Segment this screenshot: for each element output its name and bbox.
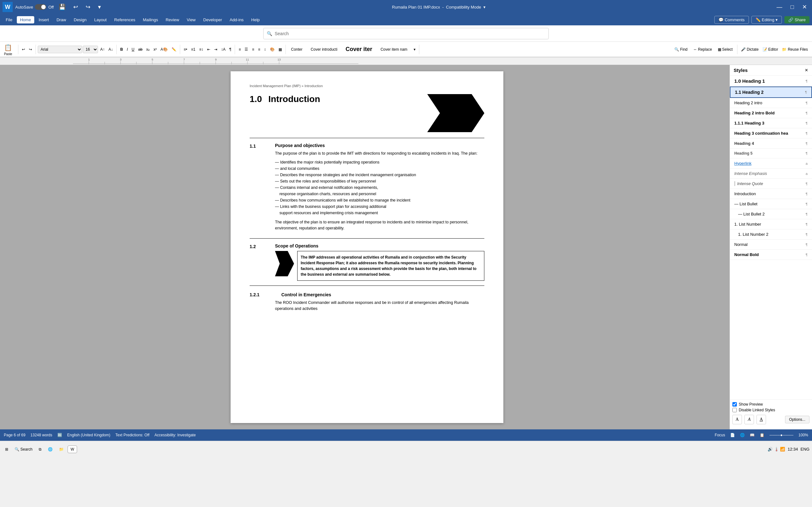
style-cover-intro[interactable]: Cover introducti [307,46,341,53]
show-preview-label[interactable]: Show Preview [732,402,809,406]
redo-quick-button[interactable]: ↪ [83,2,93,12]
style-entry-h2[interactable]: 1.1 Heading 2 ¶ [730,87,812,98]
font-family-select[interactable]: Arial [38,46,82,53]
styles-panel-collapse[interactable]: ✕ [805,68,808,72]
menu-view[interactable]: View [184,16,199,23]
redo-button[interactable]: ↪ [27,46,34,53]
style-entry-h4[interactable]: Heading 4 ¶ [730,138,812,149]
align-right-button[interactable]: ≡ [250,46,256,53]
search-taskbar-button[interactable]: 🔍 Search [12,446,35,453]
editing-button[interactable]: ✏️ Editing ▾ [751,16,782,24]
font-shrink-button[interactable]: A↓ [107,46,114,53]
taskview-button[interactable]: ⧉ [36,446,44,453]
comments-button[interactable]: 💬 Comments [714,16,749,24]
show-preview-checkbox[interactable] [732,402,737,406]
subscript-button[interactable]: x₂ [145,46,151,53]
underline-button[interactable]: U [130,46,136,53]
undo-quick-button[interactable]: ↩ [71,2,81,12]
find-button[interactable]: 🔍 Find [672,46,690,53]
view-read-icon[interactable]: 📖 [750,433,755,437]
strikethrough-button[interactable]: ab [137,46,144,53]
font-size-select[interactable]: 16 [83,46,98,53]
reuse-files-button[interactable]: 📁 Reuse Files [780,46,809,53]
highlight-button[interactable]: ✏️ [170,46,178,53]
style-entry-hyperlink[interactable]: Hyperlink a [730,158,812,169]
style-entry-h3cont[interactable]: Heading 3 continuation hea ¶ [730,128,812,138]
indent-decrease-button[interactable]: ⇤ [206,46,212,53]
style-cover-item-nam[interactable]: Cover item nam [377,46,411,53]
style-entry-bullet[interactable]: — List Bullet ¶ [730,199,812,209]
style-cover-item[interactable]: Cover iter [342,45,376,54]
view-web-icon[interactable]: 🌐 [740,433,745,437]
styles-expand-button[interactable]: ▾ [412,46,417,53]
style-entry-normal[interactable]: Normal ¶ [730,239,812,250]
style-entry-h1[interactable]: 1.0 Heading 1 ¶ [730,76,812,87]
view-print-icon[interactable]: 📄 [730,433,735,437]
edge-button[interactable]: 🌐 [45,446,55,453]
search-box[interactable]: 🔍 Search [263,28,549,39]
dictate-button[interactable]: 🎤 Dictate [740,46,760,53]
word-taskbar-button[interactable]: W [67,446,77,453]
menu-help[interactable]: Help [248,16,263,23]
menu-mailings[interactable]: Mailings [140,16,161,23]
menu-developer[interactable]: Developer [200,16,225,23]
style-conter[interactable]: Conter [288,46,306,53]
numbering-button[interactable]: ≡1 [189,46,197,53]
options-button[interactable]: Options... [785,416,809,424]
style-entry-emphasis[interactable]: Intense Emphasis a [730,169,812,179]
style-entry-number[interactable]: 1. List Number ¶ [730,219,812,229]
bullets-button[interactable]: ≡• [182,46,189,53]
style-entry-quote[interactable]: Intense Quote ¶ [730,179,812,189]
view-outline-icon[interactable]: 📋 [760,433,764,437]
save-button[interactable]: 💾 [56,2,68,12]
menu-references[interactable]: References [111,16,138,23]
manage-styles-button[interactable]: A [757,415,766,424]
font-grow-button[interactable]: A↑ [99,46,106,53]
menu-design[interactable]: Design [71,16,90,23]
minimize-button[interactable]: — [774,3,785,12]
indent-increase-button[interactable]: ⇥ [212,46,219,53]
maximize-button[interactable]: □ [788,3,797,12]
text-color-button[interactable]: A🎨 [159,46,169,53]
disable-linked-checkbox[interactable] [732,408,737,412]
disable-linked-label[interactable]: Disable Linked Styles [732,408,809,412]
menu-layout[interactable]: Layout [91,16,110,23]
editor-button[interactable]: 📝 Editor [761,46,780,53]
style-entry-intro[interactable]: Introduction ¶ [730,189,812,199]
new-style-button[interactable]: A [732,415,742,424]
shading-button[interactable]: 🎨 [268,46,276,53]
inspect-style-button[interactable]: A [745,415,754,424]
replace-button[interactable]: ↔ Replace [691,46,715,53]
multilevel-button[interactable]: ≡↕ [198,46,205,53]
borders-button[interactable]: ▦ [277,46,284,53]
customize-button[interactable]: ▾ [96,2,103,12]
undo-button[interactable]: ↩ [20,46,27,53]
style-entry-h3[interactable]: 1.1.1 Heading 3 ¶ [730,118,812,128]
style-entry-h2intro[interactable]: Heading 2 intro ¶ [730,98,812,108]
superscript-button[interactable]: x² [152,46,158,53]
share-button[interactable]: 🔗 Share [784,16,809,23]
menu-home[interactable]: Home [17,16,34,23]
start-button[interactable]: ⊞ [3,446,11,453]
paste-button[interactable]: 📋 [3,43,14,52]
menu-draw[interactable]: Draw [53,16,69,23]
style-entry-h5[interactable]: Heading 5 ¶ [730,149,812,158]
sort-button[interactable]: ↕A [219,46,227,53]
style-entry-number2[interactable]: 1. List Number 2 ¶ [730,229,812,239]
menu-review[interactable]: Review [162,16,183,23]
select-button[interactable]: ▦ Select [715,46,735,53]
close-button[interactable]: ✕ [800,2,809,12]
style-entry-h2introbold[interactable]: Heading 2 intro Bold ¶ [730,108,812,118]
style-entry-bullet2[interactable]: — List Bullet 2 ¶ [730,209,812,219]
align-justify-button[interactable]: ≡ [257,46,262,53]
menu-insert[interactable]: Insert [36,16,52,23]
focus-button[interactable]: Focus [715,433,725,437]
menu-addins[interactable]: Add-ins [226,16,247,23]
align-left-button[interactable]: ≡ [237,46,242,53]
menu-file[interactable]: File [3,16,15,23]
doc-area[interactable]: Incident Management Plan (IMP) » Introdu… [0,65,729,429]
explorer-button[interactable]: 📁 [56,446,66,453]
bold-button[interactable]: B [119,46,125,53]
autosave-toggle[interactable] [35,4,46,10]
zoom-slider[interactable]: ────●──── [769,433,793,437]
